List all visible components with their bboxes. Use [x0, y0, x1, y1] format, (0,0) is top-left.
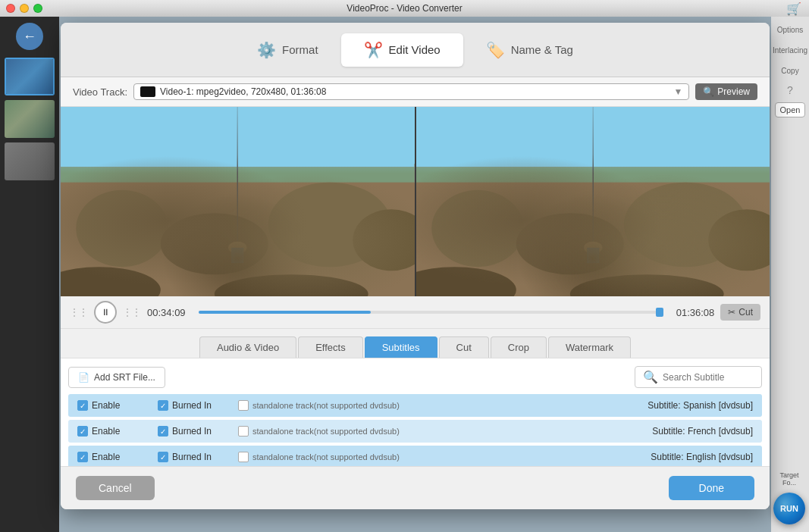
svg-point-23: [569, 274, 723, 296]
video-preview-area: ▶ Original: [61, 107, 770, 296]
format-tab-label: Format: [282, 43, 318, 56]
burned-in-checkbox-1[interactable]: [158, 400, 168, 411]
minimize-button[interactable]: [20, 4, 29, 13]
svg-rect-13: [416, 167, 770, 296]
svg-rect-14: [416, 167, 770, 182]
format-icon: ⚙️: [257, 41, 276, 59]
subtitle-info-2: Subtitle: French [dvdsub]: [652, 426, 753, 437]
subtitle-area: 📄 Add SRT File... 🔍 Enable Burned In sta…: [61, 358, 770, 466]
done-button[interactable]: Done: [669, 476, 754, 500]
current-time: 00:34:09: [147, 307, 193, 318]
video-track-bar: Video Track: Video-1: mpeg2video, 720x48…: [61, 77, 770, 107]
back-button[interactable]: ←: [16, 23, 43, 50]
svg-point-11: [215, 274, 368, 296]
audio-video-tab-label: Audio & Video: [217, 342, 279, 353]
progress-thumb[interactable]: [656, 308, 663, 317]
run-label: RUN: [780, 504, 798, 513]
total-time: 01:36:08: [669, 307, 714, 318]
svg-rect-1: [61, 167, 415, 296]
add-srt-button[interactable]: 📄 Add SRT File...: [68, 367, 165, 388]
video-frame-right: [416, 107, 770, 296]
enable-group-3: Enable: [77, 452, 146, 462]
search-subtitle-input[interactable]: [663, 372, 754, 383]
tab-edit-video[interactable]: ✂️ Edit Video: [341, 33, 463, 67]
help-icon[interactable]: ?: [787, 84, 793, 96]
tab-cut[interactable]: Cut: [439, 336, 489, 358]
edit-video-icon: ✂️: [364, 41, 383, 59]
copy-label: Copy: [779, 64, 800, 78]
maximize-button[interactable]: [33, 4, 42, 13]
modal-header: ⚙️ Format ✂️ Edit Video 🏷️ Name & Tag: [61, 23, 770, 77]
tab-watermark[interactable]: Watermark: [548, 336, 631, 358]
video-track-label: Video Track:: [73, 86, 127, 98]
tab-crop[interactable]: Crop: [491, 336, 547, 358]
preview-label: Preview: [717, 86, 750, 97]
window-controls[interactable]: [6, 4, 42, 13]
tab-audio-video[interactable]: Audio & Video: [199, 336, 296, 358]
search-subtitle-bar[interactable]: 🔍: [635, 366, 762, 388]
watermark-tab-label: Watermark: [566, 342, 613, 353]
close-button[interactable]: [6, 4, 15, 13]
progress-fill: [199, 311, 371, 314]
thumbnail-2[interactable]: [5, 100, 55, 138]
burned-in-checkbox-3[interactable]: [158, 452, 168, 462]
enable-group-1: Enable: [77, 400, 146, 411]
standalone-label-2: standalone track(not supported dvdsub): [252, 427, 400, 436]
edit-video-tab-label: Edit Video: [389, 43, 441, 56]
add-srt-icon: 📄: [78, 372, 89, 383]
burned-in-label-3: Burned In: [172, 452, 212, 462]
svg-point-18: [708, 209, 770, 271]
subtitles-tab-label: Subtitles: [382, 342, 420, 353]
standalone-label-1: standalone track(not supported dvdsub): [252, 401, 400, 410]
cart-icon[interactable]: 🛒: [786, 2, 801, 16]
tab-format[interactable]: ⚙️ Format: [234, 33, 341, 67]
svg-point-10: [61, 267, 161, 296]
enable-checkbox-1[interactable]: [77, 400, 88, 411]
thumbnail-3[interactable]: [5, 142, 55, 180]
standalone-checkbox-3[interactable]: [238, 452, 249, 462]
edit-tabs: Audio & Video Effects Subtitles Cut Crop…: [61, 329, 770, 358]
svg-point-6: [353, 209, 414, 271]
preview-button[interactable]: 🔍 Preview: [695, 83, 757, 100]
svg-rect-21: [587, 248, 599, 263]
right-sidebar: Options Interlacing Copy ? Open Target F…: [771, 17, 809, 532]
enable-checkbox-3[interactable]: [77, 452, 88, 462]
track-color-swatch: [140, 86, 155, 97]
back-icon: ←: [23, 29, 36, 45]
add-srt-label: Add SRT File...: [94, 372, 155, 383]
grip-icon-left: ⋮⋮: [70, 307, 88, 318]
standalone-checkbox-1[interactable]: [238, 400, 249, 411]
open-button[interactable]: Open: [775, 102, 806, 117]
svg-point-8: [228, 242, 246, 254]
grip-icon-right: ⋮⋮: [123, 307, 141, 318]
svg-point-22: [416, 267, 516, 296]
video-track-select[interactable]: Video-1: mpeg2video, 720x480, 01:36:08 ▼: [133, 83, 689, 100]
app-title: VideoProc - Video Converter: [346, 3, 462, 14]
burned-in-group-3: Burned In: [158, 452, 226, 462]
pause-icon: ⏸: [101, 307, 110, 318]
enable-group-2: Enable: [77, 426, 146, 437]
standalone-label-3: standalone track(not supported dvdsub): [252, 452, 400, 462]
video-frame-left: [61, 107, 415, 296]
tab-subtitles[interactable]: Subtitles: [365, 336, 437, 358]
svg-point-3: [76, 190, 168, 267]
cut-button[interactable]: ✂ Cut: [720, 304, 760, 321]
enable-checkbox-2[interactable]: [77, 426, 88, 437]
cancel-button[interactable]: Cancel: [76, 476, 155, 500]
burned-in-group-2: Burned In: [158, 426, 226, 437]
standalone-checkbox-2[interactable]: [238, 426, 249, 437]
progress-track[interactable]: [199, 311, 663, 314]
title-bar: VideoProc - Video Converter 🛒: [0, 0, 809, 17]
thumbnail-1[interactable]: [5, 58, 55, 95]
pause-button[interactable]: ⏸: [94, 301, 117, 324]
tab-name-tag[interactable]: 🏷️ Name & Tag: [463, 33, 596, 67]
thumb-image-2: [5, 100, 55, 138]
video-scene-right: [416, 107, 770, 296]
standalone-group-1: standalone track(not supported dvdsub): [238, 400, 400, 411]
tab-effects[interactable]: Effects: [298, 336, 363, 358]
burned-in-checkbox-2[interactable]: [158, 426, 168, 437]
thumb-image-3: [5, 142, 55, 180]
run-button[interactable]: RUN: [773, 493, 805, 524]
enable-label-3: Enable: [92, 452, 120, 462]
burned-in-label-1: Burned In: [172, 400, 212, 411]
